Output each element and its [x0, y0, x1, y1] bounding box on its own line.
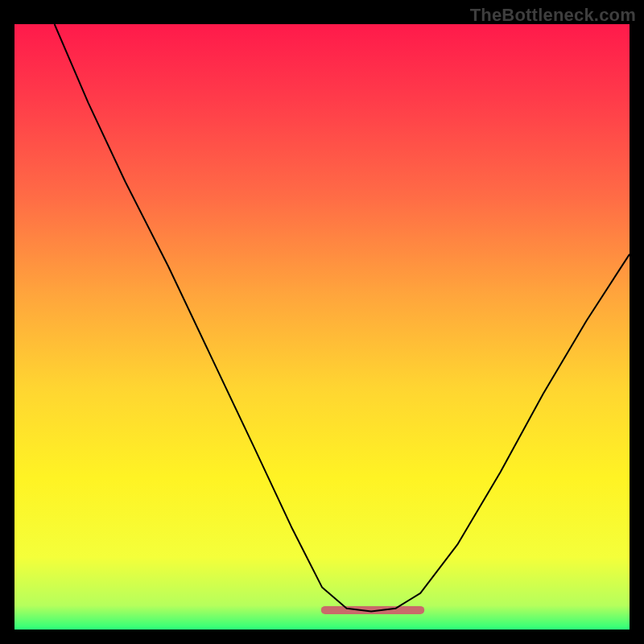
- bottleneck-chart: [14, 24, 630, 630]
- watermark-text: TheBottleneck.com: [470, 5, 636, 26]
- gradient-background: [14, 24, 630, 630]
- stage: TheBottleneck.com: [0, 0, 644, 644]
- plot-frame: [14, 24, 630, 630]
